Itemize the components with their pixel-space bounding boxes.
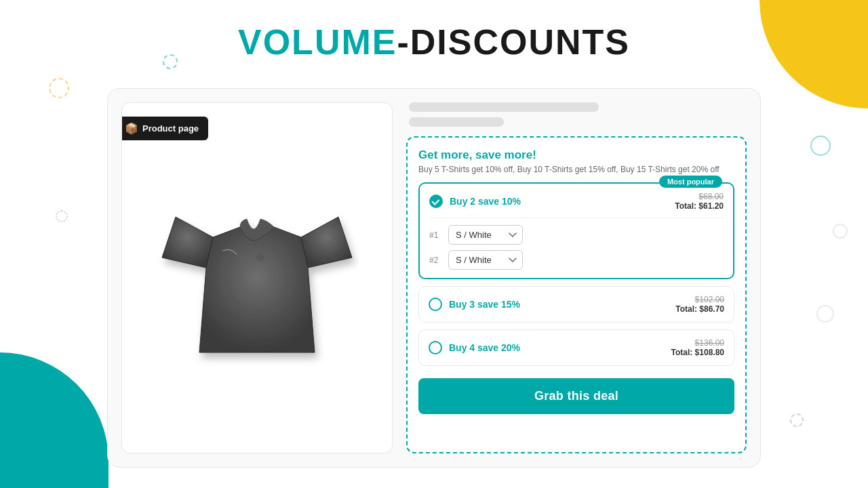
offer-row-3[interactable]: Buy 4 save 20% $136.00 Total: $108.80	[418, 329, 734, 366]
radio-btn-3[interactable]	[429, 341, 442, 354]
skeleton-bar-2	[409, 117, 504, 127]
grab-deal-button[interactable]: Grab this deal	[418, 378, 734, 414]
variant-select-2[interactable]: S / White M / White L / White XL / White…	[448, 250, 523, 270]
price-total-3: Total: $108.80	[671, 348, 724, 357]
variant-num-1: #1	[429, 230, 441, 240]
volume-header: Get more, save more! Buy 5 T-Shirts get …	[418, 148, 734, 176]
product-image-section: 📦 Product page	[121, 102, 393, 453]
page-title: VOLUME-DISCOUNTS	[0, 24, 868, 60]
deco-dots-left	[56, 210, 68, 222]
title-volume: VOLUME	[238, 22, 397, 62]
title-discounts: DISCOUNTS	[410, 22, 630, 62]
offer-left-3: Buy 4 save 20%	[429, 341, 520, 354]
badge-label: Product page	[142, 123, 199, 134]
variant-row-2: #2 S / White M / White L / White XL / Wh…	[429, 250, 724, 270]
offer-row-2[interactable]: Buy 3 save 15% $102.00 Total: $86.70	[418, 286, 734, 323]
product-badge: 📦 Product page	[121, 117, 208, 140]
product-tshirt	[155, 176, 359, 380]
deco-circle-right-lower	[816, 305, 834, 323]
right-panel: Get more, save more! Buy 5 T-Shirts get …	[393, 102, 747, 453]
price-original-3: $136.00	[671, 338, 724, 348]
deco-circle-teal	[163, 54, 178, 69]
offer-label-2: Buy 3 save 15%	[449, 299, 520, 310]
variant-select-1[interactable]: S / White M / White L / White XL / White…	[448, 225, 523, 245]
price-original-1: $68.00	[675, 192, 724, 201]
price-original-2: $102.00	[675, 295, 724, 304]
offer-row-2-top: Buy 3 save 15% $102.00 Total: $86.70	[429, 295, 724, 314]
offer-prices-2: $102.00 Total: $86.70	[675, 295, 724, 314]
skeleton-bars	[406, 102, 747, 127]
price-total-2: Total: $86.70	[675, 304, 724, 314]
title-separator: -	[397, 22, 410, 62]
main-card: 📦 Product page	[107, 88, 761, 468]
offer-row-3-top: Buy 4 save 20% $136.00 Total: $108.80	[429, 338, 724, 357]
volume-description: Buy 5 T-Shirts get 10% off, Buy 10 T-Shi…	[418, 163, 734, 176]
most-popular-badge: Most popular	[659, 176, 722, 188]
deco-yellow-arc	[760, 0, 868, 108]
radio-btn-2[interactable]	[429, 298, 442, 311]
offer-row-1-top: Buy 2 save 10% $68.00 Total: $61.20	[429, 192, 724, 211]
offer-prices-1: $68.00 Total: $61.20	[675, 192, 724, 211]
deco-circle-orange	[49, 78, 69, 98]
deco-teal-blob	[0, 352, 108, 488]
volume-discount-box: Get more, save more! Buy 5 T-Shirts get …	[406, 136, 747, 453]
badge-icon: 📦	[125, 122, 138, 135]
skeleton-bar-1	[409, 102, 599, 112]
radio-btn-1[interactable]	[429, 195, 443, 208]
variant-num-2: #2	[429, 256, 441, 265]
deco-circle-right-top	[810, 136, 831, 156]
variant-row-1: #1 S / White M / White L / White XL / Wh…	[429, 225, 724, 245]
tshirt-svg	[155, 176, 359, 380]
offer-row-1[interactable]: Most popular Buy 2 save 10% $68.00 Total…	[418, 182, 734, 279]
deco-dots-right-bottom	[790, 413, 804, 427]
deco-circle-right-mid	[833, 224, 848, 239]
volume-heading: Get more, save more!	[418, 148, 734, 162]
offer-label-3: Buy 4 save 20%	[449, 342, 520, 353]
svg-point-0	[256, 253, 264, 262]
offer-left-2: Buy 3 save 15%	[429, 298, 520, 311]
page-header: VOLUME-DISCOUNTS	[0, 0, 868, 73]
offer-prices-3: $136.00 Total: $108.80	[671, 338, 724, 357]
offer-left-1: Buy 2 save 10%	[429, 195, 521, 208]
offer-label-1: Buy 2 save 10%	[450, 196, 521, 207]
price-total-1: Total: $61.20	[675, 201, 724, 211]
variants-area-1: #1 S / White M / White L / White XL / Wh…	[429, 218, 724, 270]
